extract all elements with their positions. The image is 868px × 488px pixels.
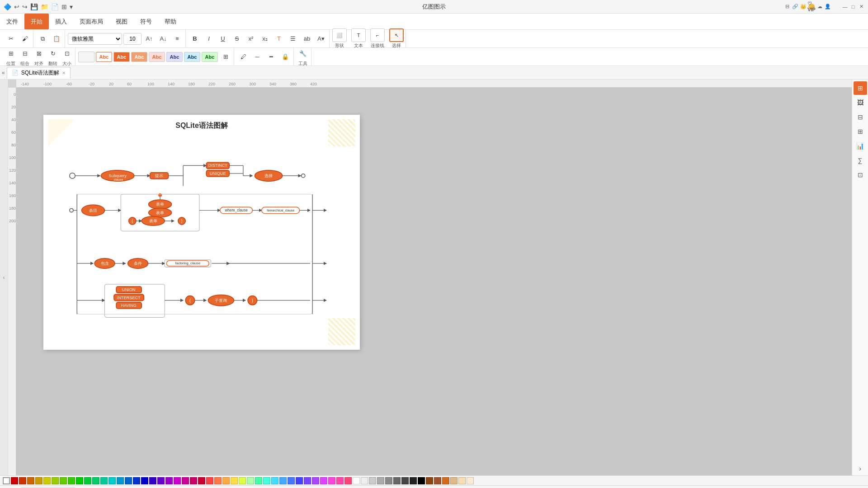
- user-icon[interactable]: 👤: [825, 4, 831, 10]
- combine-btn[interactable]: ⊟: [19, 47, 31, 60]
- select-tool-btn[interactable]: ↖: [389, 28, 404, 42]
- line-style-btn[interactable]: ─: [251, 50, 264, 64]
- abc-swatch-7[interactable]: Abc: [202, 52, 218, 62]
- color-swatch-item[interactable]: [84, 477, 91, 484]
- fit-page-btn[interactable]: ⊡: [835, 485, 847, 488]
- color-swatch-item[interactable]: [361, 477, 368, 484]
- color-swatch-item[interactable]: [11, 477, 18, 484]
- color-swatch-item[interactable]: [401, 477, 409, 484]
- color-swatch-item[interactable]: [279, 477, 287, 484]
- color-swatch-item[interactable]: [141, 477, 148, 484]
- color-swatch-item[interactable]: [206, 477, 213, 484]
- no-color-swatch[interactable]: [3, 477, 10, 484]
- rp-layers-btn[interactable]: ⊟: [854, 110, 867, 124]
- color-swatch-item[interactable]: [19, 477, 26, 484]
- rotate-btn[interactable]: ↻: [47, 47, 59, 60]
- menu-symbol[interactable]: 符号: [134, 14, 158, 29]
- color-swatch-item[interactable]: [458, 477, 466, 484]
- rp-table-btn[interactable]: ⊞: [854, 125, 867, 138]
- menu-help[interactable]: 帮助: [158, 14, 183, 29]
- color-swatch-item[interactable]: [100, 477, 108, 484]
- color-swatch-item[interactable]: [182, 477, 189, 484]
- font-dec-btn[interactable]: A↓: [157, 32, 170, 46]
- color-swatch-item[interactable]: [43, 477, 51, 484]
- font-style-btn[interactable]: ab: [301, 32, 313, 46]
- color-swatch-item[interactable]: [76, 477, 83, 484]
- color-swatch-item[interactable]: [377, 477, 384, 484]
- line-width-btn[interactable]: ━: [265, 50, 278, 64]
- add-page-btn[interactable]: +: [98, 485, 111, 488]
- color-swatch-item[interactable]: [344, 477, 352, 484]
- undo-icon[interactable]: ↩: [14, 3, 19, 10]
- color-swatch-item[interactable]: [312, 477, 319, 484]
- color-swatch-item[interactable]: [353, 477, 360, 484]
- color-swatch-item[interactable]: [92, 477, 99, 484]
- color-swatch-item[interactable]: [133, 477, 140, 484]
- tab-nav-left[interactable]: «: [2, 70, 5, 76]
- menu-file[interactable]: 文件: [0, 14, 24, 29]
- color-swatch-item[interactable]: [442, 477, 449, 484]
- share-icon[interactable]: 🔗: [792, 4, 798, 10]
- color-swatch-item[interactable]: [271, 477, 278, 484]
- color-swatch-item[interactable]: [157, 477, 165, 484]
- superscript-btn[interactable]: x²: [245, 32, 257, 46]
- fullscreen-btn[interactable]: ⛶: [851, 485, 863, 488]
- format-painter-btn[interactable]: 🖌: [19, 32, 31, 46]
- color-swatch-item[interactable]: [247, 477, 254, 484]
- menu-page-layout[interactable]: 页面布局: [73, 14, 109, 29]
- color-swatch-item[interactable]: [450, 477, 458, 484]
- tab-close-btn[interactable]: ✕: [62, 70, 66, 75]
- abc-swatch-3[interactable]: Abc: [131, 52, 147, 62]
- right-panel-toggle[interactable]: ⊟: [784, 4, 790, 10]
- lock-btn[interactable]: 🔒: [279, 50, 292, 64]
- menu-home[interactable]: 开始: [24, 14, 49, 29]
- color-swatch-item[interactable]: [108, 477, 116, 484]
- color-swatch-item[interactable]: [125, 477, 132, 484]
- cloud-icon[interactable]: ☁: [816, 4, 823, 10]
- left-panel-toggle[interactable]: ‹: [0, 80, 8, 475]
- line-color-btn[interactable]: 🖊: [237, 50, 250, 64]
- menu-insert[interactable]: 插入: [49, 14, 73, 29]
- color-swatch-item[interactable]: [426, 477, 433, 484]
- abc-swatch-1[interactable]: Abc: [96, 52, 112, 62]
- folder-icon[interactable]: 📁: [41, 3, 48, 10]
- color-swatch-item[interactable]: [320, 477, 327, 484]
- font-family-select[interactable]: 微软雅黑: [68, 33, 122, 45]
- color-swatch-item[interactable]: [117, 477, 124, 484]
- minimize-btn[interactable]: —: [842, 4, 848, 10]
- subscript-btn[interactable]: x₂: [259, 32, 271, 46]
- underline-btn[interactable]: U: [217, 32, 229, 46]
- color-swatch-item[interactable]: [369, 477, 376, 484]
- color-swatch-item[interactable]: [393, 477, 401, 484]
- close-btn[interactable]: ✕: [858, 4, 864, 10]
- color-swatch-item[interactable]: [255, 477, 262, 484]
- color-swatch-item[interactable]: [304, 477, 311, 484]
- cut-btn[interactable]: ✂: [5, 32, 17, 46]
- diagram-svg[interactable]: .node-ellipse { fill: #e8672a; stroke: #…: [43, 134, 360, 351]
- abc-swatch-5[interactable]: Abc: [166, 52, 183, 62]
- rp-shapes-btn[interactable]: ⊞: [854, 81, 867, 95]
- color-swatch-item[interactable]: [149, 477, 156, 484]
- paste-btn[interactable]: 📋: [50, 32, 63, 46]
- new-icon[interactable]: 📄: [51, 3, 59, 10]
- copy-btn[interactable]: ⧉: [36, 32, 49, 46]
- more-icon[interactable]: ⊞: [61, 3, 67, 10]
- canvas-content[interactable]: SQLite语法图解 .node-ellipse { fill: #e8672a…: [16, 88, 852, 475]
- color-swatch-item[interactable]: [165, 477, 173, 484]
- redo-icon[interactable]: ↪: [22, 3, 28, 10]
- color-swatch-item[interactable]: [467, 477, 474, 484]
- color-swatch-item[interactable]: [385, 477, 392, 484]
- zoom-in-btn[interactable]: +: [804, 485, 816, 488]
- save-icon[interactable]: 💾: [30, 3, 38, 10]
- list-btn[interactable]: ☰: [287, 32, 299, 46]
- color-swatch-item[interactable]: [174, 477, 181, 484]
- color-swatch-item[interactable]: [418, 477, 425, 484]
- play-btn[interactable]: ▶: [731, 485, 744, 488]
- page-layout-btn[interactable]: ⊞: [5, 485, 17, 488]
- align-btn[interactable]: ⊠: [33, 47, 45, 60]
- strikethrough-btn[interactable]: S: [231, 32, 243, 46]
- dropdown-icon[interactable]: ▾: [70, 3, 73, 10]
- color-swatch-item[interactable]: [434, 477, 441, 484]
- shape-tool-btn[interactable]: ⬜: [332, 28, 347, 42]
- rp-chart-btn[interactable]: 📊: [854, 139, 867, 153]
